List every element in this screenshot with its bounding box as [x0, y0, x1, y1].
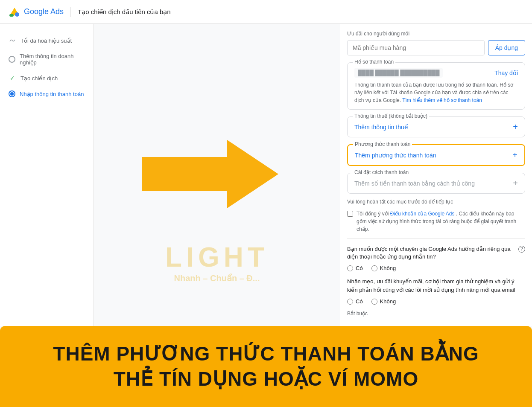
- billing-profile-row: ████ ██████ ██████████ Thay đổi: [354, 68, 518, 78]
- expert-yes-option[interactable]: Có: [347, 265, 363, 271]
- app-title: Google Ads: [24, 7, 64, 16]
- expert-no-label: Không: [380, 265, 396, 271]
- sidebar-item-create-campaign[interactable]: ✓ Tạo chiến dịch: [0, 70, 94, 86]
- payment-method-value: Thêm phương thức thanh toán: [355, 152, 436, 159]
- watermark-main: LIGHT: [165, 241, 269, 273]
- promo-label: Ưu đãi cho người dùng mới: [347, 31, 525, 37]
- content-area: LIGHT Nhanh – Chuẩn – Đ... Ưu đãi cho ng…: [94, 24, 532, 326]
- add-manual-payment-button[interactable]: +: [513, 178, 518, 188]
- arrow-watermark: [142, 131, 278, 217]
- right-panel: Ưu đãi cho người dùng mới Áp dụng Hồ sơ …: [340, 24, 532, 326]
- email-yes-label: Có: [356, 298, 363, 305]
- billing-profile-value: ████ ██████ ██████████: [354, 68, 443, 78]
- learn-more-link[interactable]: Tìm hiểu thêm về hồ sơ thanh toán: [402, 97, 482, 103]
- expert-question: Bạn muốn được một chuyên gia Google Ads …: [347, 245, 525, 261]
- add-tax-button[interactable]: +: [513, 122, 518, 132]
- expert-section: Bạn muốn được một chuyên gia Google Ads …: [347, 238, 525, 317]
- promo-code-input[interactable]: [347, 40, 485, 55]
- watermark-text: LIGHT Nhanh – Chuẩn – Đ...: [165, 241, 269, 283]
- banner-text-line2: THẺ TÍN DỤNG HOẶC VÍ MOMO: [114, 367, 418, 391]
- terms-link[interactable]: Điều khoản của Google Ads: [390, 211, 455, 217]
- page-subtitle: Tạo chiến dịch đầu tiên của bạn: [78, 8, 171, 16]
- wave-icon: [9, 37, 16, 44]
- banner-text-line1: THÊM PHƯƠNG THỨC THANH TOÁN BẰNG: [53, 342, 479, 366]
- expert-question-text: Bạn muốn được một chuyên gia Google Ads …: [347, 245, 516, 261]
- check-icon: ✓: [9, 74, 16, 82]
- continue-note: Vui lòng hoàn tất các mục trước đó để ti…: [347, 199, 525, 205]
- main-layout: Tối đa hoá hiệu suất Thêm thông tin doan…: [0, 24, 532, 326]
- sidebar-item-label: Nhập thông tin thanh toán: [20, 91, 84, 97]
- expert-no-option[interactable]: Không: [371, 265, 396, 271]
- billing-profile-label: Hồ sơ thanh toán: [353, 59, 395, 65]
- sidebar-item-label: Tối đa hoá hiệu suất: [20, 38, 72, 44]
- active-circle-icon: [9, 90, 15, 97]
- header-divider: [70, 7, 71, 17]
- expert-yes-label: Có: [356, 265, 363, 271]
- expert-no-radio[interactable]: [371, 265, 377, 271]
- promo-section: Ưu đãi cho người dùng mới Áp dụng: [347, 31, 525, 55]
- sidebar-item-business-info[interactable]: Thêm thông tin doanh nghiệp: [0, 49, 94, 70]
- billing-info-text: Thông tin thanh toán của bạn được lưu tr…: [354, 81, 518, 104]
- expert-yes-radio[interactable]: [347, 265, 353, 271]
- email-yes-option[interactable]: Có: [347, 298, 363, 305]
- payment-method-label: Phương thức thanh toán: [353, 141, 412, 147]
- email-no-label: Không: [380, 298, 396, 305]
- email-no-option[interactable]: Không: [371, 298, 396, 305]
- help-icon[interactable]: ?: [518, 246, 525, 253]
- manual-payment-label: Cài đặt cách thanh toán: [353, 169, 410, 175]
- email-no-radio[interactable]: [371, 299, 377, 305]
- watermark-area: LIGHT Nhanh – Chuẩn – Đ...: [94, 24, 340, 326]
- arrow-container: [142, 131, 278, 218]
- circle-icon: [9, 56, 15, 63]
- manual-payment-value: Thêm số tiền thanh toán bằng cách thủ cô…: [354, 180, 475, 187]
- billing-profile-section: Hồ sơ thanh toán ████ ██████ ██████████ …: [347, 62, 525, 110]
- sidebar-item-payment[interactable]: Nhập thông tin thanh toán: [0, 86, 94, 102]
- header: Google Ads Tạo chiến dịch đầu tiên của b…: [0, 0, 532, 24]
- apply-promo-button[interactable]: Áp dụng: [488, 40, 525, 55]
- tax-info-section: Thông tin thuế (không bắt buộc) Thêm thô…: [347, 116, 525, 137]
- bottom-banner: THÊM PHƯƠNG THỨC THANH TOÁN BẰNG THẺ TÍN…: [0, 326, 532, 407]
- tax-section-label: Thông tin thuế (không bắt buộc): [353, 113, 429, 119]
- email-section: Nhận mẹo, ưu đãi khuyến mãi, cơ hội tham…: [347, 277, 525, 317]
- promo-input-row: Áp dụng: [347, 40, 525, 55]
- google-ads-icon: [9, 6, 20, 18]
- add-payment-button[interactable]: +: [512, 150, 517, 160]
- email-yes-radio[interactable]: [347, 299, 353, 305]
- manual-payment-section: Cài đặt cách thanh toán Thêm số tiền tha…: [347, 173, 525, 194]
- terms-row: Tôi đồng ý với Điều khoản của Google Ads…: [347, 210, 525, 233]
- sidebar: Tối đa hoá hiệu suất Thêm thông tin doan…: [0, 24, 94, 326]
- tax-info-value: Thêm thông tin thuế: [354, 124, 408, 131]
- svg-point-0: [15, 12, 19, 17]
- expert-radio-row: Có Không: [347, 265, 525, 271]
- svg-marker-2: [142, 140, 278, 208]
- sidebar-item-maximize[interactable]: Tối đa hoá hiệu suất: [0, 32, 94, 49]
- email-radio-row: Có Không: [347, 298, 525, 305]
- logo: Google Ads: [9, 6, 64, 18]
- sidebar-item-label: Thêm thông tin doanh nghiệp: [20, 53, 85, 66]
- sidebar-item-label: Tạo chiến dịch: [20, 75, 58, 81]
- terms-checkbox[interactable]: [347, 211, 353, 217]
- required-label: Bắt buộc: [347, 311, 525, 317]
- email-question-text: Nhận mẹo, ưu đãi khuyến mãi, cơ hội tham…: [347, 277, 525, 294]
- watermark-sub: Nhanh – Chuẩn – Đ...: [165, 273, 269, 283]
- terms-text: Tôi đồng ý với Điều khoản của Google Ads…: [357, 210, 525, 233]
- payment-method-section: Phương thức thanh toán Thêm phương thức …: [347, 144, 525, 166]
- svg-rect-1: [9, 14, 14, 17]
- change-billing-link[interactable]: Thay đổi: [494, 70, 518, 76]
